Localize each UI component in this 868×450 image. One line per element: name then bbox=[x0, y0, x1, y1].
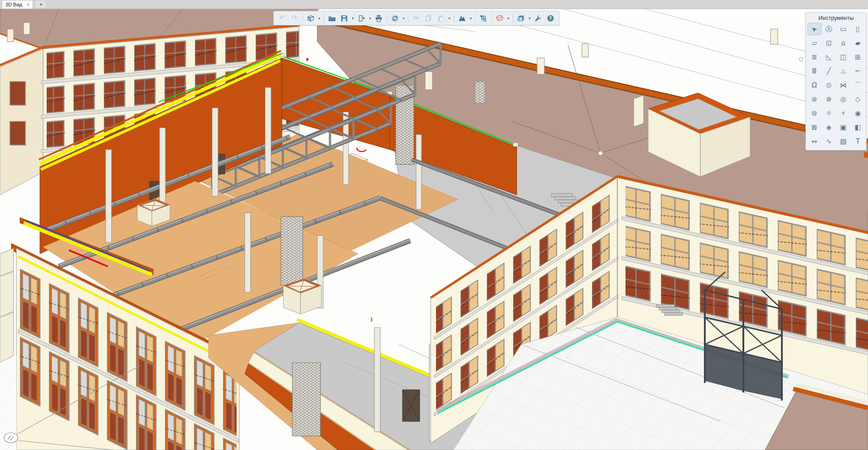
visual-style-button[interactable] bbox=[515, 13, 527, 24]
view-cube-dropdown[interactable]: ▾ bbox=[317, 16, 322, 20]
sync-dropdown[interactable]: ▾ bbox=[401, 16, 406, 20]
tool-pipe-valve[interactable]: ⋈ bbox=[837, 79, 850, 91]
opening-icon: ⊡ bbox=[826, 40, 832, 47]
tool-stairs[interactable]: ≣ bbox=[808, 51, 821, 63]
help-icon: ? bbox=[546, 14, 555, 23]
help-button[interactable]: ? bbox=[544, 13, 557, 24]
wall-icon: ▭ bbox=[840, 26, 846, 33]
save-dropdown[interactable]: ▾ bbox=[350, 16, 355, 20]
electrical-device-icon: ⚡ bbox=[841, 110, 846, 117]
tool-floor-slab[interactable]: ▱ bbox=[808, 37, 821, 49]
measure-dropdown[interactable]: ▾ bbox=[468, 16, 473, 20]
visual-style-dropdown[interactable]: ▾ bbox=[527, 16, 532, 20]
tool-electrical-panel[interactable]: ⊠ bbox=[808, 121, 821, 133]
tool-sanitary-equipment[interactable]: Ω bbox=[808, 79, 821, 91]
tool-level-camera[interactable]: ▣ bbox=[837, 121, 850, 133]
duct-valve-icon: ◎ bbox=[840, 96, 846, 103]
tab-close-icon[interactable]: × bbox=[27, 2, 29, 7]
collaboration-sync-button[interactable] bbox=[389, 13, 401, 24]
ramp-icon: ◺ bbox=[826, 54, 832, 61]
tool-duct-fitting[interactable]: ⊜ bbox=[808, 107, 821, 119]
model-line-icon: ╱ bbox=[827, 68, 831, 75]
tool-pipe-fitting[interactable]: ⊚ bbox=[808, 93, 821, 105]
door-icon: ◫ bbox=[840, 54, 846, 61]
save-button[interactable] bbox=[338, 13, 350, 24]
electrical-panel-icon: ⊠ bbox=[811, 124, 817, 131]
pipe-elbow-icon: ⌐ bbox=[855, 68, 861, 75]
tool-door[interactable]: ◫ bbox=[837, 51, 850, 63]
bim-application-window: 3D Вид × + ↶ ↷ ▾ ▾ ▾ ▾ ✂ bbox=[0, 0, 868, 450]
tool-wall[interactable]: ▭ bbox=[837, 23, 850, 35]
copy-button[interactable] bbox=[422, 13, 435, 24]
toolbar-separator bbox=[454, 14, 454, 23]
measure-button[interactable] bbox=[456, 13, 468, 24]
paste-dropdown[interactable]: ▾ bbox=[447, 16, 452, 20]
pipe-icon: ⌒ bbox=[854, 82, 861, 89]
tool-electrical-device[interactable]: ⚡ bbox=[837, 107, 850, 119]
tools-grid: ➤ Ⓐ ▭ ▯ ▱ ⊡ ⌂ ▰ ≣ ◺ ◫ ⊞ Ⅲ ╱ ♨ ⌐ Ω ⊙ ⋈ ⌒ … bbox=[806, 23, 866, 147]
tool-equipment[interactable]: ⊙ bbox=[822, 79, 836, 91]
tool-solid-element[interactable]: ◈ bbox=[822, 121, 836, 133]
tool-window[interactable]: ⊞ bbox=[851, 51, 865, 63]
tab-label: 3D Вид bbox=[5, 2, 22, 7]
tool-ramp[interactable]: ◺ bbox=[822, 51, 836, 63]
socket-icon: ◉ bbox=[855, 110, 861, 117]
print-button[interactable] bbox=[373, 13, 385, 24]
3d-viewport[interactable] bbox=[0, 0, 868, 450]
tool-pipe-elbow[interactable]: ⌐ bbox=[851, 65, 865, 77]
redo-button[interactable]: ↷ bbox=[288, 13, 301, 24]
paste-icon bbox=[436, 14, 445, 23]
tool-duct[interactable]: ◇ bbox=[851, 93, 865, 105]
undo-button[interactable]: ↶ bbox=[276, 13, 288, 24]
tool-dimension[interactable]: ↔ bbox=[808, 135, 821, 147]
view-tab-bar: 3D Вид × + bbox=[0, 0, 868, 9]
tool-socket[interactable]: ◉ bbox=[851, 107, 865, 119]
object-styles-icon bbox=[479, 14, 488, 23]
discussion-button[interactable] bbox=[494, 13, 506, 24]
tool-text[interactable]: T bbox=[851, 135, 865, 147]
new-tab-button[interactable]: + bbox=[36, 1, 46, 8]
tool-plumbing-fixture[interactable]: ♨ bbox=[837, 65, 850, 77]
tool-annotation[interactable]: Ⓐ bbox=[822, 23, 836, 35]
view-mode-cube-button[interactable] bbox=[305, 13, 317, 24]
select-cursor-icon: ➤ bbox=[810, 24, 819, 34]
object-styles-button[interactable] bbox=[477, 13, 490, 24]
pipe-valve-icon: ⋈ bbox=[840, 82, 847, 89]
tool-model-line[interactable]: ╱ bbox=[822, 65, 836, 77]
tool-beam[interactable]: ▰ bbox=[851, 37, 865, 49]
tab-3d-view[interactable]: 3D Вид × bbox=[2, 0, 33, 9]
save-icon bbox=[340, 14, 349, 23]
tool-roof[interactable]: ⌂ bbox=[837, 37, 850, 49]
tool-opening[interactable]: ⊡ bbox=[822, 37, 836, 49]
tool-curve[interactable]: ∿ bbox=[822, 135, 836, 147]
equipment-icon: ⊙ bbox=[826, 82, 832, 89]
export-button[interactable] bbox=[355, 13, 368, 24]
terrain-node bbox=[799, 58, 803, 61]
tool-light-fixture[interactable]: ☼ bbox=[822, 107, 836, 119]
paste-button[interactable] bbox=[435, 13, 447, 24]
open-project-button[interactable] bbox=[326, 13, 338, 24]
tool-railing[interactable]: Ⅲ bbox=[808, 65, 821, 77]
settings-button[interactable] bbox=[532, 13, 544, 24]
stairs-icon: ≣ bbox=[811, 54, 817, 61]
tool-section-view[interactable]: ◧ bbox=[851, 121, 865, 133]
print-icon bbox=[374, 14, 383, 23]
beam-icon: ▰ bbox=[855, 40, 861, 47]
tool-column[interactable]: ▯ bbox=[851, 23, 865, 35]
open-folder-icon bbox=[328, 14, 336, 23]
tool-pipe[interactable]: ⌒ bbox=[851, 79, 865, 91]
export-dropdown[interactable]: ▾ bbox=[368, 16, 373, 20]
tools-panel: Инструменты ➤ Ⓐ ▭ ▯ ▱ ⊡ ⌂ ▰ ≣ ◺ ◫ ⊞ Ⅲ ╱ … bbox=[805, 12, 867, 150]
tool-ventilation-equipment[interactable]: ⊛ bbox=[822, 93, 836, 105]
undo-icon: ↶ bbox=[279, 15, 285, 22]
toolbar-separator bbox=[408, 14, 408, 23]
tool-select[interactable]: ➤ bbox=[808, 23, 821, 35]
tool-duct-valve[interactable]: ◎ bbox=[837, 93, 850, 105]
tool-hatch[interactable]: ▨ bbox=[837, 135, 850, 147]
dimension-icon: ↔ bbox=[811, 138, 817, 145]
plumbing-fixture-icon: ♨ bbox=[840, 68, 846, 75]
toolbar-separator bbox=[491, 14, 492, 23]
discussion-dropdown[interactable]: ▾ bbox=[506, 16, 511, 20]
cut-button[interactable]: ✂ bbox=[410, 13, 422, 24]
wrench-icon bbox=[534, 14, 543, 23]
